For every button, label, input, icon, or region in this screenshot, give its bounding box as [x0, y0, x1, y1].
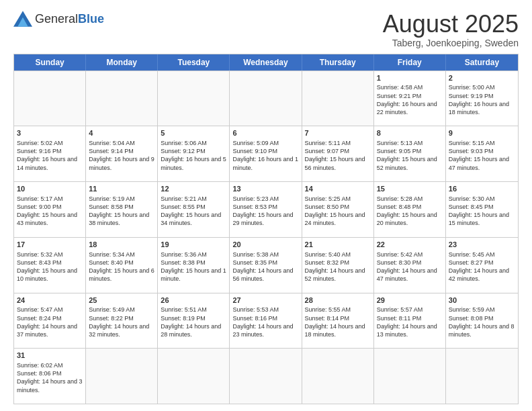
day-info: Sunrise: 5:17 AM Sunset: 9:00 PM Dayligh… [17, 195, 77, 226]
day-info: Sunrise: 5:34 AM Sunset: 8:40 PM Dayligh… [89, 251, 154, 282]
calendar-cell: 21Sunrise: 5:40 AM Sunset: 8:32 PM Dayli… [302, 238, 374, 293]
calendar-cell: 5Sunrise: 5:06 AM Sunset: 9:12 PM Daylig… [158, 126, 230, 181]
calendar-cell: 28Sunrise: 5:55 AM Sunset: 8:14 PM Dayli… [302, 293, 374, 349]
day-number: 12 [161, 184, 226, 194]
day-number: 19 [161, 240, 226, 250]
day-info: Sunrise: 5:42 AM Sunset: 8:30 PM Dayligh… [377, 251, 437, 282]
calendar-cell [230, 349, 302, 404]
calendar-cell: 10Sunrise: 5:17 AM Sunset: 9:00 PM Dayli… [14, 182, 86, 237]
day-number: 5 [161, 128, 226, 138]
day-info: Sunrise: 5:45 AM Sunset: 8:27 PM Dayligh… [449, 251, 509, 282]
day-number: 30 [449, 295, 515, 306]
calendar-cell [158, 71, 230, 126]
calendar-cell: 8Sunrise: 5:13 AM Sunset: 9:05 PM Daylig… [374, 126, 446, 181]
day-header-saturday: Saturday [446, 54, 518, 71]
day-number: 13 [232, 184, 298, 194]
calendar-cell: 30Sunrise: 5:59 AM Sunset: 8:08 PM Dayli… [446, 293, 518, 349]
calendar-cell: 7Sunrise: 5:11 AM Sunset: 9:07 PM Daylig… [302, 126, 374, 181]
day-number: 17 [17, 240, 83, 250]
calendar: SundayMondayTuesdayWednesdayThursdayFrid… [13, 54, 519, 404]
calendar-cell: 23Sunrise: 5:45 AM Sunset: 8:27 PM Dayli… [446, 238, 518, 293]
day-info: Sunrise: 5:21 AM Sunset: 8:55 PM Dayligh… [161, 195, 221, 226]
calendar-week-5: 24Sunrise: 5:47 AM Sunset: 8:24 PM Dayli… [14, 293, 518, 349]
calendar-cell: 18Sunrise: 5:34 AM Sunset: 8:40 PM Dayli… [86, 238, 158, 293]
title-block: August 2025 Taberg, Joenkoeping, Sweden [383, 11, 519, 48]
day-number: 27 [232, 295, 298, 306]
day-header-friday: Friday [374, 54, 446, 71]
calendar-week-6: 31Sunrise: 6:02 AM Sunset: 8:06 PM Dayli… [14, 348, 518, 404]
day-info: Sunrise: 5:25 AM Sunset: 8:50 PM Dayligh… [305, 195, 365, 226]
day-header-sunday: Sunday [14, 54, 86, 71]
day-info: Sunrise: 5:57 AM Sunset: 8:11 PM Dayligh… [377, 306, 437, 337]
calendar-week-4: 17Sunrise: 5:32 AM Sunset: 8:43 PM Dayli… [14, 237, 518, 293]
day-number: 20 [232, 240, 298, 250]
day-number: 25 [89, 295, 154, 306]
day-number: 29 [377, 295, 443, 306]
day-number: 6 [232, 128, 298, 138]
day-info: Sunrise: 5:30 AM Sunset: 8:45 PM Dayligh… [449, 195, 509, 226]
calendar-cell: 26Sunrise: 5:51 AM Sunset: 8:19 PM Dayli… [158, 293, 230, 349]
day-number: 28 [305, 295, 371, 306]
calendar-subtitle: Taberg, Joenkoeping, Sweden [383, 38, 519, 48]
day-info: Sunrise: 5:13 AM Sunset: 9:05 PM Dayligh… [377, 140, 437, 171]
day-info: Sunrise: 5:32 AM Sunset: 8:43 PM Dayligh… [17, 251, 77, 282]
page: GeneralBlue August 2025 Taberg, Joenkoep… [0, 0, 532, 411]
calendar-cell: 20Sunrise: 5:38 AM Sunset: 8:35 PM Dayli… [230, 238, 302, 293]
calendar-cell: 4Sunrise: 5:04 AM Sunset: 9:14 PM Daylig… [86, 126, 158, 181]
calendar-cell: 15Sunrise: 5:28 AM Sunset: 8:48 PM Dayli… [374, 182, 446, 237]
calendar-cell [86, 349, 158, 404]
day-number: 24 [17, 295, 83, 306]
day-info: Sunrise: 5:15 AM Sunset: 9:03 PM Dayligh… [449, 140, 509, 171]
calendar-title: August 2025 [383, 11, 519, 38]
day-number: 18 [89, 240, 154, 250]
calendar-cell: 9Sunrise: 5:15 AM Sunset: 9:03 PM Daylig… [446, 126, 518, 181]
day-info: Sunrise: 6:02 AM Sunset: 8:06 PM Dayligh… [17, 362, 83, 393]
calendar-cell: 2Sunrise: 5:00 AM Sunset: 9:19 PM Daylig… [446, 71, 518, 126]
day-header-tuesday: Tuesday [158, 54, 230, 71]
day-header-monday: Monday [86, 54, 158, 71]
day-number: 16 [449, 184, 515, 194]
day-number: 9 [449, 128, 515, 138]
calendar-cell: 6Sunrise: 5:09 AM Sunset: 9:10 PM Daylig… [230, 126, 302, 181]
header: GeneralBlue August 2025 Taberg, Joenkoep… [13, 11, 519, 48]
day-info: Sunrise: 4:58 AM Sunset: 9:21 PM Dayligh… [377, 84, 437, 115]
calendar-cell [302, 349, 374, 404]
day-number: 21 [305, 240, 371, 250]
day-header-wednesday: Wednesday [230, 54, 302, 71]
calendar-cell: 11Sunrise: 5:19 AM Sunset: 8:58 PM Dayli… [86, 182, 158, 237]
day-info: Sunrise: 5:02 AM Sunset: 9:16 PM Dayligh… [17, 140, 77, 171]
calendar-cell [86, 71, 158, 126]
calendar-cell: 19Sunrise: 5:36 AM Sunset: 8:38 PM Dayli… [158, 238, 230, 293]
day-number: 15 [377, 184, 443, 194]
day-info: Sunrise: 5:04 AM Sunset: 9:14 PM Dayligh… [89, 140, 154, 171]
logo-text: GeneralBlue [35, 12, 104, 26]
day-number: 1 [377, 73, 443, 83]
day-info: Sunrise: 5:51 AM Sunset: 8:19 PM Dayligh… [161, 306, 221, 337]
calendar-cell [158, 349, 230, 404]
day-info: Sunrise: 5:00 AM Sunset: 9:19 PM Dayligh… [449, 84, 509, 115]
calendar-cell: 31Sunrise: 6:02 AM Sunset: 8:06 PM Dayli… [14, 349, 86, 404]
day-info: Sunrise: 5:19 AM Sunset: 8:58 PM Dayligh… [89, 195, 149, 226]
day-number: 7 [305, 128, 371, 138]
day-info: Sunrise: 5:23 AM Sunset: 8:53 PM Dayligh… [232, 195, 293, 226]
day-info: Sunrise: 5:55 AM Sunset: 8:14 PM Dayligh… [305, 306, 365, 337]
day-info: Sunrise: 5:36 AM Sunset: 8:38 PM Dayligh… [161, 251, 226, 282]
calendar-cell: 27Sunrise: 5:53 AM Sunset: 8:16 PM Dayli… [230, 293, 302, 349]
day-info: Sunrise: 5:28 AM Sunset: 8:48 PM Dayligh… [377, 195, 437, 226]
calendar-cell: 17Sunrise: 5:32 AM Sunset: 8:43 PM Dayli… [14, 238, 86, 293]
calendar-cell: 12Sunrise: 5:21 AM Sunset: 8:55 PM Dayli… [158, 182, 230, 237]
calendar-cell: 25Sunrise: 5:49 AM Sunset: 8:22 PM Dayli… [86, 293, 158, 349]
calendar-cell: 3Sunrise: 5:02 AM Sunset: 9:16 PM Daylig… [14, 126, 86, 181]
day-number: 22 [377, 240, 443, 250]
calendar-body: 1Sunrise: 4:58 AM Sunset: 9:21 PM Daylig… [14, 71, 518, 404]
calendar-cell: 13Sunrise: 5:23 AM Sunset: 8:53 PM Dayli… [230, 182, 302, 237]
calendar-week-2: 3Sunrise: 5:02 AM Sunset: 9:16 PM Daylig… [14, 126, 518, 181]
day-header-thursday: Thursday [302, 54, 374, 71]
calendar-cell: 16Sunrise: 5:30 AM Sunset: 8:45 PM Dayli… [446, 182, 518, 237]
day-info: Sunrise: 5:49 AM Sunset: 8:22 PM Dayligh… [89, 306, 149, 337]
day-number: 26 [161, 295, 226, 306]
day-number: 23 [449, 240, 515, 250]
calendar-header-row: SundayMondayTuesdayWednesdayThursdayFrid… [14, 54, 518, 71]
calendar-cell: 24Sunrise: 5:47 AM Sunset: 8:24 PM Dayli… [14, 293, 86, 349]
calendar-cell [230, 71, 302, 126]
